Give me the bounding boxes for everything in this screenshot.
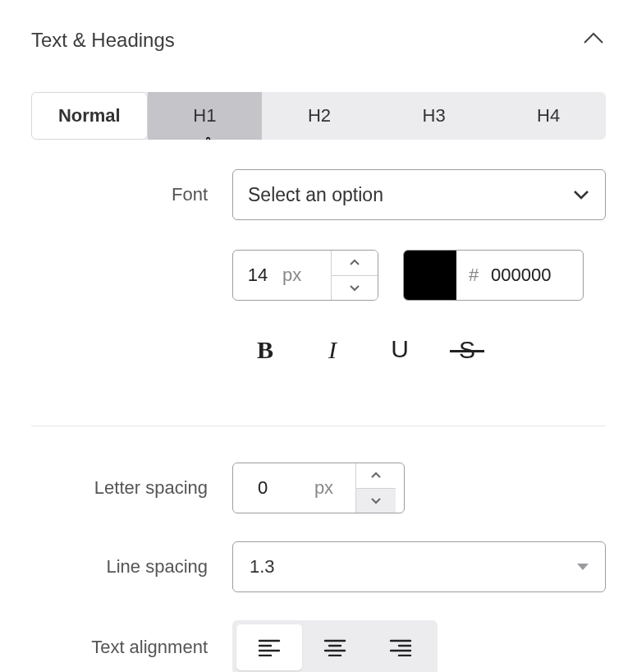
font-size-decrease[interactable] bbox=[332, 275, 378, 301]
font-size-value[interactable]: 14 bbox=[233, 251, 282, 300]
italic-button[interactable]: I bbox=[318, 335, 347, 365]
letter-spacing-value[interactable]: 0 bbox=[233, 463, 292, 513]
tab-h3[interactable]: H3 bbox=[377, 92, 492, 140]
chevron-down-icon bbox=[349, 284, 360, 292]
tab-normal[interactable]: Normal bbox=[31, 92, 148, 140]
strike-bar-icon bbox=[450, 350, 484, 352]
divider bbox=[31, 426, 606, 426]
text-alignment-label: Text alignment bbox=[31, 637, 232, 658]
line-spacing-value: 1.3 bbox=[250, 556, 275, 578]
font-family-value: Select an option bbox=[248, 184, 383, 206]
align-right-icon bbox=[389, 638, 412, 656]
section-title: Text & Headings bbox=[31, 29, 175, 52]
text-style-row: B I U S bbox=[31, 315, 606, 411]
color-swatch[interactable] bbox=[404, 251, 456, 300]
collapse-button[interactable] bbox=[581, 26, 606, 54]
chevron-up-icon bbox=[370, 472, 382, 479]
font-size-color-row: 14 px # 000000 bbox=[31, 235, 606, 301]
text-align-group bbox=[232, 620, 438, 672]
font-size-increase[interactable] bbox=[332, 251, 378, 275]
text-headings-panel: Text & Headings Normal H1 H2 H3 H4 Font … bbox=[0, 0, 637, 672]
underline-button[interactable]: U bbox=[385, 335, 415, 365]
strikethrough-button[interactable]: S bbox=[452, 335, 482, 365]
align-center-button[interactable] bbox=[302, 624, 368, 670]
font-size-stepper[interactable]: 14 px bbox=[232, 250, 378, 301]
align-center-icon bbox=[323, 638, 346, 656]
dropdown-triangle-icon bbox=[577, 564, 589, 570]
letter-spacing-label: Letter spacing bbox=[31, 477, 232, 499]
chevron-down-icon bbox=[370, 497, 382, 504]
align-left-icon bbox=[258, 638, 281, 656]
letter-spacing-stepper[interactable]: 0 px bbox=[232, 463, 405, 513]
line-spacing-row: Line spacing 1.3 bbox=[31, 541, 606, 592]
chevron-down-icon bbox=[572, 186, 590, 204]
section-header: Text & Headings bbox=[31, 26, 606, 54]
chevron-up-icon bbox=[349, 259, 360, 266]
chevron-up-icon bbox=[581, 26, 606, 51]
tab-h2[interactable]: H2 bbox=[262, 92, 377, 140]
align-right-button[interactable] bbox=[368, 624, 433, 670]
tab-h1[interactable]: H1 bbox=[148, 92, 263, 140]
letter-spacing-unit: px bbox=[292, 463, 356, 513]
line-spacing-label: Line spacing bbox=[31, 556, 232, 578]
tab-h4[interactable]: H4 bbox=[491, 92, 606, 140]
letter-spacing-increase[interactable] bbox=[356, 463, 396, 488]
font-family-select[interactable]: Select an option bbox=[232, 169, 606, 220]
font-size-unit: px bbox=[282, 251, 332, 300]
letter-spacing-row: Letter spacing 0 px bbox=[31, 463, 606, 513]
line-spacing-select[interactable]: 1.3 bbox=[232, 541, 606, 592]
text-alignment-row: Text alignment bbox=[31, 620, 606, 672]
underline-glyph: U bbox=[391, 335, 409, 363]
bold-button[interactable]: B bbox=[250, 335, 280, 365]
font-label: Font bbox=[31, 184, 232, 205]
align-left-button[interactable] bbox=[236, 624, 302, 670]
hex-value[interactable]: 000000 bbox=[491, 265, 583, 286]
letter-spacing-decrease[interactable] bbox=[356, 488, 396, 513]
heading-tabs: Normal H1 H2 H3 H4 bbox=[31, 92, 606, 140]
font-row: Font Select an option bbox=[31, 169, 606, 220]
hex-hash: # bbox=[456, 265, 491, 286]
font-color-picker[interactable]: # 000000 bbox=[403, 250, 584, 301]
